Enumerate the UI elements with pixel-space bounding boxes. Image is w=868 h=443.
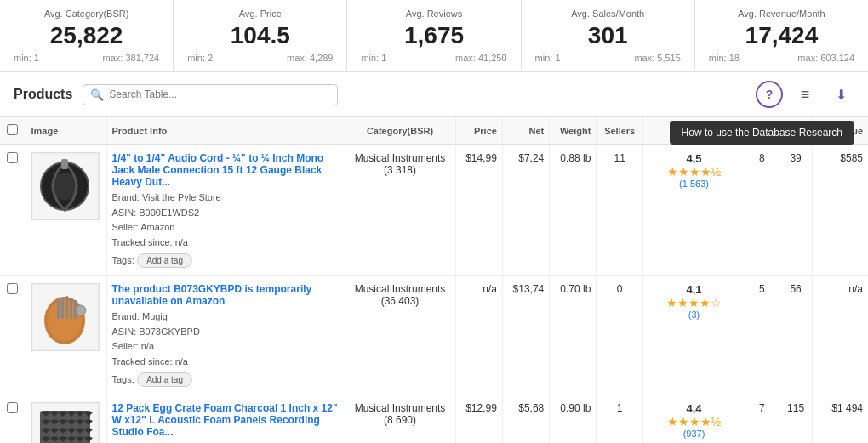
product-bsr: (8 690) [351, 414, 450, 426]
stat-label: Avg. Revenue/Month [709, 9, 854, 19]
add-tag-button[interactable]: Add a tag [137, 372, 192, 387]
product-review-count: (937) [648, 429, 740, 439]
stat-range: min: 1 max: 5,515 [535, 53, 681, 63]
stat-card-2: Avg. Reviews 1,675 min: 1 max: 41,250 [347, 0, 521, 71]
help-tooltip: How to use the Database Research [670, 121, 854, 145]
help-button[interactable]: ? [756, 81, 783, 108]
search-input[interactable] [109, 88, 330, 100]
product-asin: ASIN: B000E1WDS2 [112, 206, 340, 221]
stat-max: max: 4,289 [287, 53, 333, 63]
row-checkbox[interactable] [7, 152, 18, 163]
stat-max: max: 41,250 [455, 53, 507, 63]
svg-point-12 [76, 305, 86, 315]
product-lqs-cell: 8 [745, 145, 779, 275]
stat-max: max: 603,124 [797, 53, 854, 63]
product-tags: Tags: Add a tag [112, 250, 340, 269]
product-tracked: Tracked since: n/a [112, 236, 340, 251]
product-sellers-cell: 11 [597, 145, 643, 275]
product-review-count: (1 563) [648, 179, 740, 189]
product-brand: Brand: Visit the Pyle Store [112, 190, 340, 206]
list-view-button[interactable]: ≡ [791, 81, 819, 108]
product-category-cell: Musical Instruments (3 318) [345, 145, 455, 275]
products-table: Image Product Info Category(BSR) Price N… [0, 117, 868, 443]
select-all-header[interactable] [0, 117, 26, 145]
product-image [31, 152, 100, 220]
table-row: 1/4" to 1/4" Audio Cord - ¼" to ¼ Inch M… [0, 145, 868, 275]
stat-value: 17,424 [709, 22, 854, 49]
product-image-cell [26, 275, 106, 395]
product-sellers-cell: 0 [597, 275, 643, 395]
product-reviews-cell: 4,1 ★★★★☆ (3) [643, 275, 745, 395]
product-price-cell: $12,99 [455, 395, 502, 443]
row-checkbox-cell[interactable] [0, 395, 26, 443]
product-weight-cell: 0.90 lb [550, 395, 597, 443]
product-revenue-cell: $1 494 [813, 395, 868, 443]
product-image [31, 283, 100, 351]
product-net-cell: $13,74 [502, 275, 549, 395]
stat-card-0: Avg. Category(BSR) 25,822 min: 1 max: 38… [0, 0, 174, 71]
stat-range: min: 18 max: 603,124 [709, 53, 854, 63]
product-title[interactable]: 12 Pack Egg Crate Foam Charcoal 1 Inch x… [112, 402, 340, 438]
table-row: The product B073GKYBPD is temporarily un… [0, 275, 868, 395]
product-image [31, 402, 100, 443]
add-tag-button[interactable]: Add a tag [137, 253, 192, 268]
product-revenue-cell: $585 [813, 145, 868, 275]
category-col-header: Category(BSR) [345, 117, 455, 145]
svg-rect-9 [66, 296, 68, 319]
product-sales-cell: 115 [779, 395, 813, 443]
price-col-header: Price [455, 117, 502, 145]
product-category: Musical Instruments [351, 152, 450, 164]
stat-min: min: 1 [361, 53, 386, 63]
product-review-count: (3) [648, 310, 740, 320]
product-title[interactable]: 1/4" to 1/4" Audio Cord - ¼" to ¼ Inch M… [112, 152, 340, 188]
stat-min: min: 18 [709, 53, 740, 63]
product-seller: Seller: Amazon [112, 220, 340, 236]
stat-label: Avg. Price [187, 9, 333, 19]
product-bsr: (3 318) [351, 164, 450, 176]
product-weight-cell: 0.88 lb [550, 145, 597, 275]
table-row: 12 Pack Egg Crate Foam Charcoal 1 Inch x… [0, 395, 868, 443]
stat-min: min: 2 [187, 53, 213, 63]
product-stars: ★★★★☆ [648, 296, 740, 310]
stat-value: 1,675 [361, 22, 506, 49]
product-title[interactable]: The product B073GKYBPD is temporarily un… [112, 283, 340, 307]
product-weight-cell: 0.70 lb [550, 275, 597, 395]
stat-card-3: Avg. Sales/Month 301 min: 1 max: 5,515 [522, 0, 695, 71]
product-sales-cell: 39 [779, 145, 813, 275]
stat-label: Avg. Reviews [361, 9, 506, 19]
product-image-cell [26, 145, 106, 275]
product-revenue-cell: n/a [813, 275, 868, 395]
toolbar: Products 🔍 ? ≡ ⬇ [0, 72, 868, 117]
stat-label: Avg. Sales/Month [535, 9, 681, 19]
product-info-cell: 1/4" to 1/4" Audio Cord - ¼" to ¼ Inch M… [106, 145, 345, 275]
stat-card-4: Avg. Revenue/Month 17,424 min: 18 max: 6… [695, 0, 868, 71]
product-stars: ★★★★½ [648, 165, 740, 179]
product-brand: Brand: Mugig [112, 310, 340, 325]
stat-max: max: 381,724 [103, 53, 160, 63]
page-title: Products [14, 87, 72, 102]
row-checkbox-cell[interactable] [0, 145, 26, 275]
row-checkbox-cell[interactable] [0, 275, 26, 395]
product-category: Musical Instruments [351, 402, 450, 414]
product-category-cell: Musical Instruments (8 690) [345, 395, 455, 443]
row-checkbox[interactable] [7, 283, 18, 294]
search-icon: 🔍 [90, 88, 104, 101]
product-rating: 4,4 [648, 402, 740, 415]
svg-rect-8 [61, 298, 64, 319]
svg-rect-3 [61, 159, 68, 169]
product-info-cell: The product B073GKYBPD is temporarily un… [106, 275, 345, 395]
product-info-col-header: Product Info [106, 117, 345, 145]
stats-bar: Avg. Category(BSR) 25,822 min: 1 max: 38… [0, 0, 868, 72]
product-seller: Seller: n/a [112, 339, 340, 355]
search-container[interactable]: 🔍 [83, 84, 338, 105]
product-reviews-cell: 4,5 ★★★★½ (1 563) [643, 145, 745, 275]
download-button[interactable]: ⬇ [827, 81, 854, 108]
row-checkbox[interactable] [7, 402, 18, 413]
stat-card-1: Avg. Price 104.5 min: 2 max: 4,289 [174, 0, 347, 71]
product-sellers-cell: 1 [597, 395, 643, 443]
product-lqs-cell: 5 [745, 275, 779, 395]
product-tracked: Tracked since: n/a [112, 355, 340, 370]
product-asin: ASIN: B073GKYBPD [112, 325, 340, 340]
product-net-cell: $7,24 [502, 145, 549, 275]
select-all-checkbox[interactable] [7, 124, 18, 135]
